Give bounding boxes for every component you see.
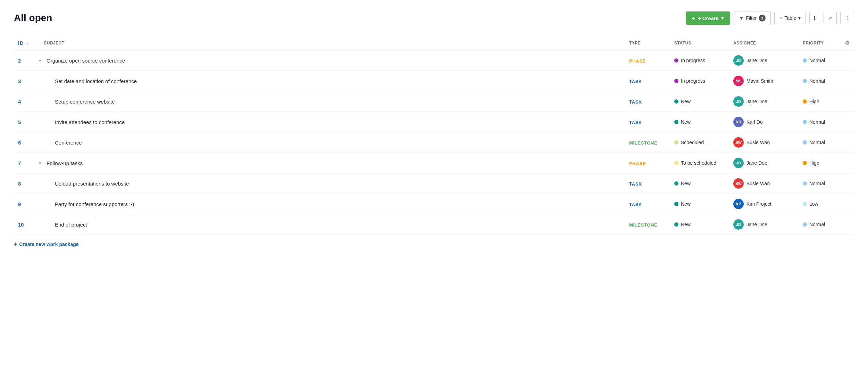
type-label: PHASE: [629, 161, 646, 166]
cell-settings: [840, 214, 854, 235]
col-header-subject[interactable]: ↕ Subject: [35, 36, 625, 50]
cell-type: TASK: [625, 194, 670, 214]
priority-text: Low: [809, 201, 818, 207]
assignee-name: Susie Wan: [746, 140, 770, 145]
status-dot: [674, 202, 678, 206]
cell-subject[interactable]: End of project: [35, 214, 625, 235]
cell-status: New: [670, 194, 729, 214]
page-title: All open: [14, 13, 52, 24]
table-header: ID ↑ ↕ Subject Type Status Assignee Prio: [14, 36, 854, 50]
cell-type: TASK: [625, 173, 670, 194]
create-work-package-link[interactable]: + Create new work package: [14, 241, 854, 247]
col-header-id[interactable]: ID ↑: [14, 36, 35, 50]
col-header-priority[interactable]: Priority: [799, 36, 840, 50]
cell-id[interactable]: 5: [14, 112, 35, 132]
subject-text: Party for conference supporters :-): [52, 201, 134, 207]
status-dot: [674, 120, 678, 124]
priority-dot: [803, 140, 807, 145]
cell-subject[interactable]: Party for conference supporters :-): [35, 194, 625, 214]
more-button[interactable]: ⋮: [840, 12, 854, 24]
priority-text: High: [809, 160, 819, 166]
priority-dot: [803, 181, 807, 186]
cell-subject[interactable]: ▾Organize open source conference: [35, 50, 625, 71]
cell-priority: Normal: [799, 173, 840, 194]
expand-icon[interactable]: ▾: [39, 58, 44, 63]
subject-sort-icon: ↕: [39, 41, 41, 46]
cell-id[interactable]: 3: [14, 71, 35, 91]
filter-label: Filter: [746, 15, 757, 21]
priority-text: Normal: [809, 78, 825, 84]
status-text: In progress: [681, 58, 705, 63]
avatar: SW: [733, 178, 744, 189]
cell-status: In progress: [670, 50, 729, 71]
cell-assignee: KPKim Project: [729, 194, 799, 214]
create-link-plus-icon: +: [14, 241, 17, 247]
subject-text: Conference: [52, 140, 82, 146]
type-label: PHASE: [629, 58, 646, 64]
filter-button[interactable]: ▼ Filter 1: [734, 11, 771, 25]
priority-text: Normal: [809, 181, 825, 186]
col-header-settings[interactable]: ⚙: [840, 36, 854, 50]
cell-subject[interactable]: ▾Follow-up tasks: [35, 153, 625, 173]
cell-subject[interactable]: Conference: [35, 132, 625, 153]
status-text: New: [681, 222, 691, 227]
fullscreen-button[interactable]: ⤢: [824, 12, 837, 24]
cell-subject[interactable]: Set date and location of conference: [35, 71, 625, 91]
cell-subject[interactable]: Setup conference website: [35, 91, 625, 112]
cell-status: New: [670, 91, 729, 112]
table-button[interactable]: ≡ Table ▾: [774, 12, 806, 24]
col-header-type[interactable]: Type: [625, 36, 670, 50]
cell-assignee: JDJane Doe: [729, 50, 799, 71]
cell-id[interactable]: 6: [14, 132, 35, 153]
priority-dot: [803, 120, 807, 124]
cell-assignee: JDJane Doe: [729, 153, 799, 173]
cell-id[interactable]: 7: [14, 153, 35, 173]
header-actions: + + Create ▾ ▼ Filter 1 ≡ Table ▾ ℹ ⤢ ⋮: [686, 11, 854, 25]
type-label: TASK: [629, 120, 642, 125]
page-container: All open + + Create ▾ ▼ Filter 1 ≡ Table…: [0, 0, 868, 259]
expand-icon[interactable]: ▾: [39, 161, 44, 166]
info-button[interactable]: ℹ: [809, 12, 820, 24]
table-row: 2▾Organize open source conferencePHASEIn…: [14, 50, 854, 71]
priority-text: Normal: [809, 222, 825, 227]
cell-id[interactable]: 2: [14, 50, 35, 71]
chevron-down-icon: ▾: [721, 15, 724, 21]
col-header-assignee[interactable]: Assignee: [729, 36, 799, 50]
subject-text: Follow-up tasks: [47, 160, 83, 166]
avatar: JD: [733, 219, 744, 230]
cell-id[interactable]: 9: [14, 194, 35, 214]
cell-settings: [840, 132, 854, 153]
priority-text: Normal: [809, 140, 825, 145]
table-row: 3Set date and location of conferenceTASK…: [14, 71, 854, 91]
cell-assignee: JDJane Doe: [729, 214, 799, 235]
cell-status: Scheduled: [670, 132, 729, 153]
sort-icon-id: ↑: [27, 41, 29, 46]
plus-icon: +: [692, 15, 695, 21]
assignee-name: Susie Wan: [746, 181, 770, 186]
status-dot: [674, 79, 678, 83]
avatar: JD: [733, 158, 744, 168]
cell-assignee: JDJane Doe: [729, 91, 799, 112]
cell-type: TASK: [625, 91, 670, 112]
settings-gear-icon[interactable]: ⚙: [845, 40, 850, 46]
cell-subject[interactable]: Upload presentations to website: [35, 173, 625, 194]
cell-subject[interactable]: Invite attendees to conference: [35, 112, 625, 132]
priority-dot: [803, 58, 807, 63]
cell-status: New: [670, 173, 729, 194]
create-button[interactable]: + + Create ▾: [686, 11, 730, 25]
priority-dot: [803, 79, 807, 83]
col-header-status[interactable]: Status: [670, 36, 729, 50]
cell-id[interactable]: 4: [14, 91, 35, 112]
cell-id[interactable]: 10: [14, 214, 35, 235]
info-icon: ℹ: [814, 15, 816, 21]
cell-status: New: [670, 214, 729, 235]
cell-settings: [840, 173, 854, 194]
priority-dot: [803, 202, 807, 206]
cell-assignee: KDKarl Do: [729, 112, 799, 132]
type-label: TASK: [629, 79, 642, 84]
cell-type: TASK: [625, 71, 670, 91]
avatar: SW: [733, 137, 744, 148]
type-label: MILESTONE: [629, 140, 657, 146]
table-icon: ≡: [779, 15, 782, 21]
cell-id[interactable]: 8: [14, 173, 35, 194]
